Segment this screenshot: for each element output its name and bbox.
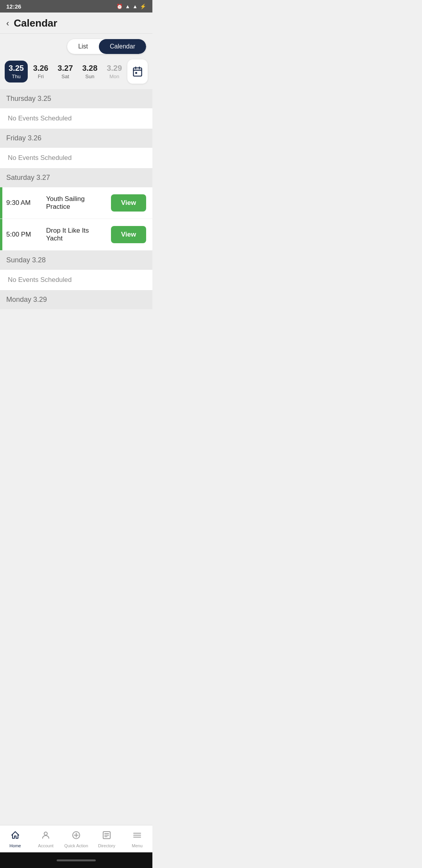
list-view-button[interactable]: List (67, 39, 99, 54)
page-title: Calendar (14, 17, 57, 29)
no-events-sun328: No Events Scheduled (0, 270, 152, 290)
event-name-youth-sailing: Youth Sailing Practice (46, 195, 106, 211)
calendar-content: Thursday 3.25 No Events Scheduled Friday… (0, 89, 152, 356)
date-num-sat327: 3.27 (58, 64, 73, 73)
date-num-fri326: 3.26 (33, 64, 48, 73)
date-day-thu325: Thu (12, 74, 20, 79)
calendar-view-button[interactable]: Calendar (99, 39, 146, 54)
day-header-text-fri326: Friday 3.26 (6, 134, 41, 142)
date-item-thu325[interactable]: 3.25 Thu (5, 61, 28, 82)
date-strip: 3.25 Thu 3.26 Fri 3.27 Sat 3.28 Sun 3.29… (0, 58, 152, 89)
event-row-youth-sailing: 9:30 AM Youth Sailing Practice View (0, 187, 152, 219)
date-day-sat327: Sat (61, 74, 69, 79)
event-time-youth-sailing: 9:30 AM (6, 199, 41, 207)
day-header-text-sat327: Saturday 3.27 (6, 174, 50, 181)
event-time-drop-it-yacht: 5:00 PM (6, 231, 41, 239)
date-day-mon329: Mon (109, 74, 119, 79)
battery-icon: ⚡ (140, 4, 146, 9)
date-item-fri326[interactable]: 3.26 Fri (29, 61, 52, 82)
date-item-sun328[interactable]: 3.28 Sun (78, 61, 101, 82)
date-num-sun328: 3.28 (82, 64, 97, 73)
status-time: 12:26 (6, 3, 21, 10)
day-header-text-thu325: Thursday 3.25 (6, 95, 51, 102)
alarm-icon: ⏰ (116, 4, 123, 9)
event-name-drop-it-yacht: Drop It Like Its Yacht (46, 227, 106, 242)
back-button[interactable]: ‹ (6, 18, 9, 29)
view-button-drop-it-yacht[interactable]: View (111, 226, 146, 243)
status-bar: 12:26 ⏰ ▲ ▲ ⚡ (0, 0, 152, 13)
day-header-fri326: Friday 3.26 (0, 129, 152, 148)
view-button-youth-sailing[interactable]: View (111, 194, 146, 212)
date-item-mon329[interactable]: 3.29 Mon (103, 61, 126, 82)
day-header-sat327: Saturday 3.27 (0, 168, 152, 187)
svg-rect-0 (133, 68, 141, 76)
svg-rect-4 (135, 72, 137, 74)
date-day-sun328: Sun (85, 74, 94, 79)
signal-icon: ▲ (132, 4, 138, 9)
date-num-thu325: 3.25 (9, 64, 24, 73)
day-header-text-sun328: Sunday 3.28 (6, 256, 46, 264)
date-day-fri326: Fri (38, 74, 44, 79)
day-header-thu325: Thursday 3.25 (0, 89, 152, 108)
date-num-mon329: 3.29 (107, 64, 122, 73)
day-header-text-mon329: Monday 3.29 (6, 296, 47, 303)
wifi-icon: ▲ (125, 4, 130, 9)
view-toggle-group: List Calendar (67, 39, 146, 54)
calendar-picker-button[interactable] (127, 59, 148, 84)
header: ‹ Calendar (0, 13, 152, 34)
no-events-fri326: No Events Scheduled (0, 148, 152, 168)
view-toggle-container: List Calendar (0, 34, 152, 58)
status-icons: ⏰ ▲ ▲ ⚡ (116, 4, 146, 9)
event-row-drop-it-yacht: 5:00 PM Drop It Like Its Yacht View (0, 219, 152, 251)
day-header-sun328: Sunday 3.28 (0, 251, 152, 270)
no-events-thu325: No Events Scheduled (0, 108, 152, 129)
date-item-sat327[interactable]: 3.27 Sat (54, 61, 77, 82)
day-header-mon329: Monday 3.29 (0, 290, 152, 309)
calendar-picker-icon (132, 66, 143, 77)
